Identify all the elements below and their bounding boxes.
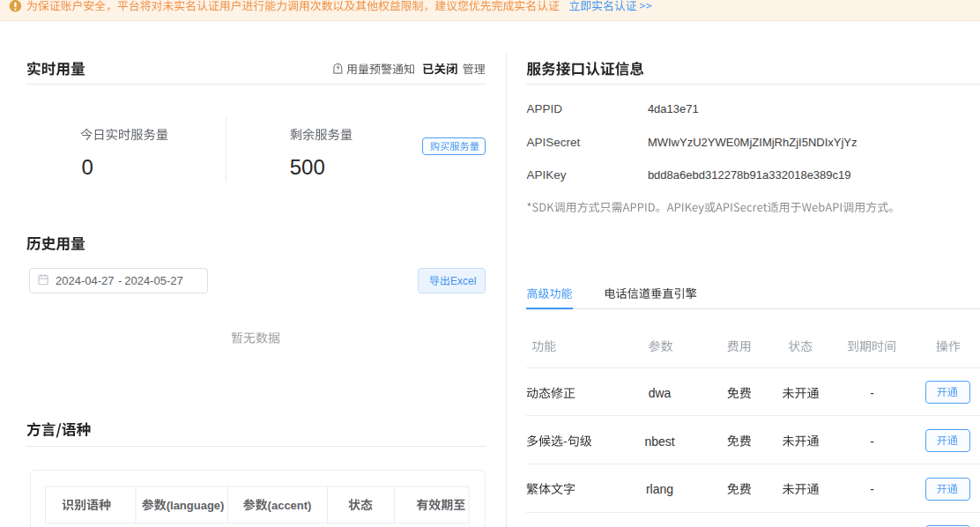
svg-text:-: - [870, 482, 874, 496]
svg-text:0: 0 [81, 155, 93, 179]
svg-text:4da13e71: 4da13e71 [648, 102, 699, 115]
svg-text:-: - [870, 434, 874, 449]
svg-text:nbest: nbest [644, 434, 674, 449]
svg-text:rlang: rlang [646, 482, 673, 496]
svg-text:500: 500 [290, 155, 325, 179]
svg-text:bdd8a6ebd312278b91a332018e389c: bdd8a6ebd312278b91a332018e389c19 [648, 168, 851, 182]
svg-text:-: - [870, 386, 874, 400]
svg-text:APPID: APPID [526, 102, 562, 115]
svg-text:APISecret: APISecret [526, 136, 580, 149]
svg-text:APIKey: APIKey [526, 168, 566, 182]
svg-text:MWIwYzU2YWE0MjZIMjRhZjI5NDIxYj: MWIwYzU2YWE0MjZIMjRhZjI5NDIxYjYz [648, 136, 858, 149]
svg-text:dwa: dwa [649, 386, 672, 400]
